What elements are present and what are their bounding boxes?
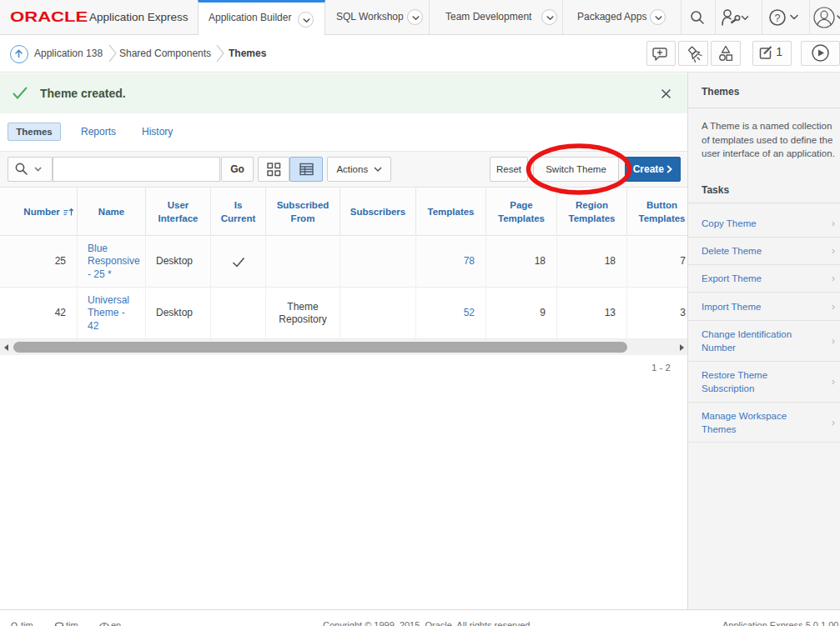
svg-text:?: ? (775, 13, 781, 24)
